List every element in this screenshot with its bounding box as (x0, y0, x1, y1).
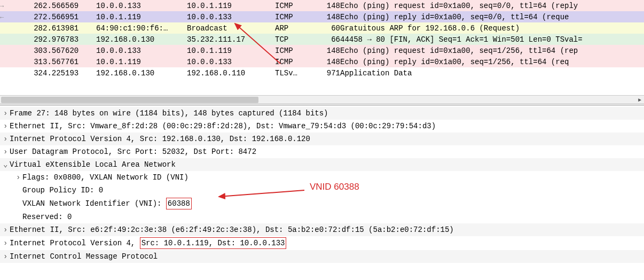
col-proto: ICMP (275, 45, 318, 56)
col-time: 2.613981 (43, 22, 96, 34)
col-no: 30 (11, 45, 43, 56)
col-source: 192.168.0.130 (96, 34, 187, 45)
col-proto: ICMP (275, 0, 318, 11)
table-row[interactable]: ←272.56695110.0.1.11910.0.0.133ICMP148Ec… (0, 11, 644, 22)
detail-text: Internet Control Message Protocol (10, 252, 158, 261)
col-info: Echo (ping) reply id=0x1a00, seq=1/256, … (340, 56, 644, 67)
col-info: Echo (ping) reply id=0x1a00, seq=0/0, tt… (340, 11, 644, 22)
col-length: 66 (318, 34, 340, 45)
col-source: 64:90:c1:90:f6:… (96, 22, 187, 34)
col-dest: 10.0.0.133 (187, 56, 275, 67)
col-time: 2.976783 (43, 34, 96, 45)
detail-text: Internet Protocol Version 4, (10, 239, 140, 247)
detail-udp[interactable]: ›User Datagram Protocol, Src Port: 52032… (0, 145, 644, 158)
col-info: Gratuitous ARP for 192.168.0.6 (Request) (340, 22, 644, 34)
col-no: 28 (11, 22, 43, 34)
expand-icon[interactable]: › (3, 134, 10, 144)
detail-ip-inner-box: Src: 10.0.1.119, Dst: 10.0.0.133 (140, 237, 287, 249)
detail-eth-outer[interactable]: ›Ethernet II, Src: Vmware_8f:2d:28 (00:0… (0, 120, 644, 133)
col-source: 10.0.0.133 (96, 45, 187, 56)
col-source: 10.0.0.133 (96, 0, 187, 11)
col-no: 31 (11, 56, 43, 67)
col-dest: 10.0.0.133 (187, 11, 275, 22)
packet-marker-icon: ← (0, 14, 4, 21)
col-no: 27 (11, 11, 43, 22)
detail-vxlan-gpid[interactable]: Group Policy ID: 0 (0, 184, 644, 197)
col-length: 148 (318, 0, 340, 11)
col-no: 32 (11, 67, 43, 79)
table-row[interactable]: 282.61398164:90:c1:90:f6:…BroadcastARP60… (0, 22, 644, 34)
detail-text: VXLAN Network Identifier (VNI): (22, 199, 166, 208)
col-length: 148 (318, 11, 340, 22)
detail-text: Flags: 0x0800, VXLAN Network ID (VNI) (22, 173, 189, 182)
expand-icon[interactable]: › (3, 251, 10, 262)
detail-vxlan[interactable]: ⌄Virtual eXtensible Local Area Network (0, 158, 644, 171)
col-info: Application Data (340, 67, 644, 79)
detail-eth-inner[interactable]: ›Ethernet II, Src: e6:2f:49:2c:3e:38 (e6… (0, 223, 644, 236)
expand-icon[interactable]: › (3, 121, 10, 131)
detail-vni-value: 60388 (166, 198, 192, 209)
detail-text: Virtual eXtensible Local Area Network (10, 160, 176, 169)
detail-text: Ethernet II, Src: Vmware_8f:2d:28 (00:0c… (10, 122, 436, 130)
col-dest: 10.0.1.119 (187, 45, 275, 56)
scroll-right-arrow-icon[interactable]: ► (635, 96, 644, 104)
detail-vxlan-vni[interactable]: VXLAN Network Identifier (VNI): 60388 (0, 197, 644, 211)
expand-icon[interactable]: › (16, 172, 22, 183)
col-time: 2.566951 (43, 11, 96, 22)
packet-list-pane[interactable]: →262.56656910.0.0.13310.0.1.119ICMP148Ec… (0, 0, 644, 95)
table-row[interactable]: →262.56656910.0.0.13310.0.1.119ICMP148Ec… (0, 0, 644, 11)
detail-text: User Datagram Protocol, Src Port: 52032,… (10, 147, 256, 156)
detail-ip-inner[interactable]: ›Internet Protocol Version 4, Src: 10.0.… (0, 236, 644, 250)
table-row[interactable]: 292.976783192.168.0.13035.232.111.17TCP6… (0, 34, 644, 45)
col-time: 4.225193 (43, 67, 96, 79)
detail-icmp[interactable]: ›Internet Control Message Protocol (0, 250, 644, 263)
col-proto: ICMP (275, 11, 318, 22)
detail-vxlan-flags[interactable]: ›Flags: 0x0800, VXLAN Network ID (VNI) (0, 171, 644, 184)
horizontal-scrollbar[interactable]: ◄ ► (0, 95, 644, 104)
col-no: 29 (11, 34, 43, 45)
expand-icon[interactable]: › (3, 224, 10, 235)
col-dest: 35.232.111.17 (187, 34, 275, 45)
detail-text: Internet Protocol Version 4, Src: 192.16… (10, 135, 310, 143)
detail-text: Frame 27: 148 bytes on wire (1184 bits),… (10, 109, 328, 118)
col-length: 148 (318, 56, 340, 67)
scrollbar-thumb[interactable] (1, 97, 258, 103)
table-row[interactable]: 324.225193192.168.0.130192.168.0.110TLSv… (0, 67, 644, 79)
col-no: 26 (11, 0, 43, 11)
detail-text: Ethernet II, Src: e6:2f:49:2c:3e:38 (e6:… (10, 225, 454, 234)
col-proto: ARP (275, 22, 318, 34)
packet-details-pane[interactable]: ›Frame 27: 148 bytes on wire (1184 bits)… (0, 106, 644, 280)
col-length: 971 (318, 67, 340, 79)
col-source: 10.0.1.119 (96, 56, 187, 67)
col-dest: 10.0.1.119 (187, 0, 275, 11)
detail-ip-outer[interactable]: ›Internet Protocol Version 4, Src: 192.1… (0, 133, 644, 145)
expand-icon[interactable]: › (3, 108, 10, 119)
table-row[interactable]: 303.56762010.0.0.13310.0.1.119ICMP148Ech… (0, 45, 644, 56)
expand-icon[interactable]: › (3, 238, 10, 248)
detail-text: Reserved: 0 (22, 213, 72, 221)
col-time: 3.567620 (43, 45, 96, 56)
col-time: 3.567761 (43, 56, 96, 67)
table-row[interactable]: 313.56776110.0.1.11910.0.0.133ICMP148Ech… (0, 56, 644, 67)
collapse-icon[interactable]: ⌄ (3, 159, 10, 170)
col-time: 2.566569 (43, 0, 96, 11)
detail-text: Group Policy ID: 0 (22, 186, 103, 195)
col-proto: TCP (275, 34, 318, 45)
detail-vxlan-reserved[interactable]: Reserved: 0 (0, 211, 644, 223)
col-dest: 192.168.0.110 (187, 67, 275, 79)
packet-table[interactable]: →262.56656910.0.0.13310.0.1.119ICMP148Ec… (0, 0, 644, 79)
packet-marker-icon: → (0, 3, 4, 10)
detail-frame[interactable]: ›Frame 27: 148 bytes on wire (1184 bits)… (0, 107, 644, 120)
col-info: 44458 → 80 [FIN, ACK] Seq=1 Ack=1 Win=50… (340, 34, 644, 45)
col-length: 148 (318, 45, 340, 56)
expand-icon[interactable]: › (3, 146, 10, 157)
col-proto: ICMP (275, 56, 318, 67)
col-dest: Broadcast (187, 22, 275, 34)
col-source: 10.0.1.119 (96, 11, 187, 22)
col-info: Echo (ping) request id=0x1a00, seq=0/0, … (340, 0, 644, 11)
col-length: 60 (318, 22, 340, 34)
col-source: 192.168.0.130 (96, 67, 187, 79)
col-info: Echo (ping) request id=0x1a00, seq=1/256… (340, 45, 644, 56)
col-proto: TLSv… (275, 67, 318, 79)
